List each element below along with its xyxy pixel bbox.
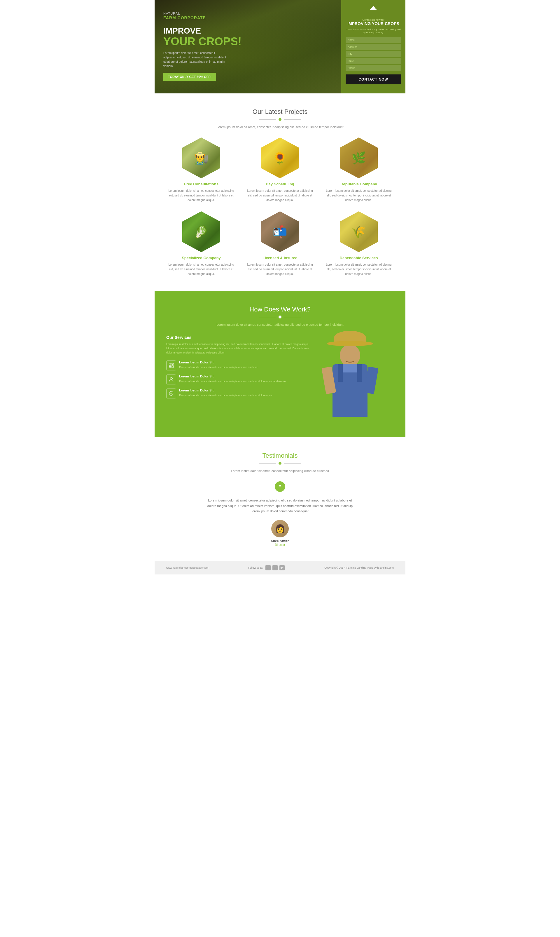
how-section: How Does We Work? Lorem ipsum dolor sit … <box>155 291 405 437</box>
services-description: Lorem ipsum dolor sit amet, consectetur … <box>166 342 312 355</box>
project-desc-2: Lorem ipsum dolor sit amet, consectetur … <box>245 188 315 202</box>
project-title-6: Dependable Services <box>324 256 394 260</box>
project-item-4: 🥬 Specialized Company Lorem ipsum dolor … <box>166 211 236 276</box>
quote-symbol: ❝ <box>279 484 282 489</box>
project-item-5: 📬 Licensed & Insured Lorem ipsum dolor s… <box>245 211 315 276</box>
facebook-icon[interactable]: f <box>265 565 271 570</box>
footer-copyright: Copyright © 2017- Farming Landing Page b… <box>324 566 394 569</box>
overalls-strap-right <box>357 364 362 382</box>
hexagon-peas: 🥬 <box>182 211 220 252</box>
testimonial-reviewer: 👩 Alice Smith Director <box>166 520 394 546</box>
service-item-3: Lorem Ipsum Dolor Sit Perspiciatis unde … <box>166 389 312 398</box>
hero-crops-text: YOUR CROPS! <box>163 36 332 48</box>
projects-subtitle: Lorem ipsum dolor sit amet, consectetur … <box>166 125 394 129</box>
projects-grid: 👨‍🌾 Free Consultations Lorem ipsum dolor… <box>166 137 394 276</box>
mailbox-icon: 📬 <box>261 211 299 252</box>
farmer-figure <box>318 329 382 423</box>
how-left-panel: Our Services Lorem ipsum dolor sit amet,… <box>166 335 318 423</box>
how-right-panel <box>318 335 394 423</box>
state-input[interactable] <box>346 58 401 64</box>
wheat-icon: 🌾 <box>340 211 378 252</box>
farmer-smile <box>346 359 354 363</box>
project-item-1: 👨‍🌾 Free Consultations Lorem ipsum dolor… <box>166 137 236 202</box>
project-desc-6: Lorem ipsum dolor sit amet, consectetur … <box>324 262 394 276</box>
avatar-emoji: 👩 <box>275 524 285 534</box>
contact-now-button[interactable]: CONTACT NOW <box>346 74 401 84</box>
hero-improve-text: IMPROVE <box>163 26 332 36</box>
reviewer-name: Alice Smith <box>270 539 289 543</box>
project-title-2: Day Scheduling <box>245 182 315 186</box>
hero-cta-button[interactable]: Today Only Get 30% OFF! <box>163 73 216 81</box>
testimonials-subtitle: Lorem ipsum dolor sit amet, consectetur … <box>166 469 394 472</box>
project-item-6: 🌾 Dependable Services Lorem ipsum dolor … <box>324 211 394 276</box>
service-item-1: Lorem Ipsum Dolor Sit Perspiciatis unde … <box>166 361 312 370</box>
farmer-head <box>340 344 360 366</box>
contact-form-panel: Contact us now for IMPROVING YOUR CROPS … <box>341 0 405 93</box>
service-title-3: Lorem Ipsum Dolor Sit <box>179 389 273 392</box>
project-desc-3: Lorem ipsum dolor sit amet, consectetur … <box>324 188 394 202</box>
contact-sub-label: Contact us now for <box>346 19 401 21</box>
project-title-5: Licensed & Insured <box>245 256 315 260</box>
testimonials-title: Testimonials <box>166 452 394 460</box>
hops-icon: 🌿 <box>340 137 378 178</box>
reviewer-avatar: 👩 <box>271 520 289 537</box>
divider-dot <box>278 118 282 121</box>
hat-brim <box>327 341 373 346</box>
service-title-1: Lorem Ipsum Dolor Sit <box>179 361 258 364</box>
quote-icon: ❝ <box>275 482 285 492</box>
footer-url: www.naturalfarmcorporatepage.com <box>166 566 209 569</box>
project-title-3: Reputable Company <box>324 182 394 186</box>
name-input[interactable] <box>346 37 401 43</box>
svg-rect-4 <box>169 367 171 368</box>
follow-label: Follow us to: <box>248 566 263 569</box>
service-item-2: Lorem Ipsum Dolor Sit Perspiciatis unde … <box>166 375 312 384</box>
service-desc-3: Perspiciatis unde omnis iste natus error… <box>179 394 273 397</box>
contact-form-icon <box>346 5 401 16</box>
how-inner: Our Services Lorem ipsum dolor sit amet,… <box>166 335 394 423</box>
service-title-2: Lorem Ipsum Dolor Sit <box>179 375 286 378</box>
city-input[interactable] <box>346 51 401 57</box>
hexagon-wrap-5: 📬 <box>261 211 299 252</box>
projects-title: Our Latest Projects <box>166 108 394 116</box>
service-icon-1 <box>166 361 176 370</box>
contact-description: Lorem Ipsum is simply dummy text of the … <box>346 28 401 34</box>
service-text-1: Lorem Ipsum Dolor Sit Perspiciatis unde … <box>179 361 258 369</box>
hexagon-mailbox: 📬 <box>261 211 299 252</box>
svg-rect-3 <box>172 366 174 368</box>
hexagon-wheat: 🌾 <box>340 211 378 252</box>
project-desc-1: Lorem ipsum dolor sit amet, consectetur … <box>166 188 236 202</box>
hero-brand: NATURAL FARM CORPORATE <box>163 12 332 20</box>
hexagon-sunflowers: 🌻 <box>261 137 299 178</box>
footer-follow-section: Follow us to: f t g+ <box>248 565 285 570</box>
service-text-2: Lorem Ipsum Dolor Sit Perspiciatis unde … <box>179 375 286 384</box>
contact-main-title: IMPROVING YOUR CROPS <box>346 21 401 26</box>
twitter-icon[interactable]: t <box>272 565 278 570</box>
hexagon-wrap-4: 🥬 <box>182 211 220 252</box>
service-icon-3 <box>166 389 176 398</box>
project-title-1: Free Consultations <box>166 182 236 186</box>
testimonials-section: Testimonials Lorem ipsum dolor sit amet,… <box>155 437 405 561</box>
hexagon-wrap-3: 🌿 <box>340 137 378 178</box>
farmer-icon: 👨‍🌾 <box>182 137 220 178</box>
project-title-4: Specialized Company <box>166 256 236 260</box>
hero-left-panel: NATURAL FARM CORPORATE IMPROVE YOUR CROP… <box>155 0 341 93</box>
hexagon-wrap-2: 🌻 <box>261 137 299 178</box>
address-input[interactable] <box>346 44 401 50</box>
service-desc-1: Perspiciatis unde omnis iste natus error… <box>179 366 258 369</box>
svg-rect-1 <box>169 363 171 366</box>
svg-rect-2 <box>172 363 174 364</box>
projects-divider <box>166 118 394 121</box>
svg-rect-0 <box>370 9 377 10</box>
service-icon-2 <box>166 375 176 384</box>
phone-input[interactable] <box>346 65 401 71</box>
project-item-2: 🌻 Day Scheduling Lorem ipsum dolor sit a… <box>245 137 315 202</box>
testimonials-divider <box>166 462 394 465</box>
hero-description: Lorem ipsum dolor sit amet, consectetur … <box>163 51 228 68</box>
how-subtitle: Lorem ipsum dolor sit amet, consectetur … <box>166 323 394 326</box>
project-desc-4: Lorem ipsum dolor sit amet, consectetur … <box>166 262 236 276</box>
overalls-strap-left <box>338 364 343 382</box>
service-desc-2: Perspiciatis unde omnis iste natus error… <box>179 380 286 383</box>
google-plus-icon[interactable]: g+ <box>279 565 285 570</box>
hexagon-wrap-6: 🌾 <box>340 211 378 252</box>
hero-headline: IMPROVE YOUR CROPS! <box>163 26 332 48</box>
